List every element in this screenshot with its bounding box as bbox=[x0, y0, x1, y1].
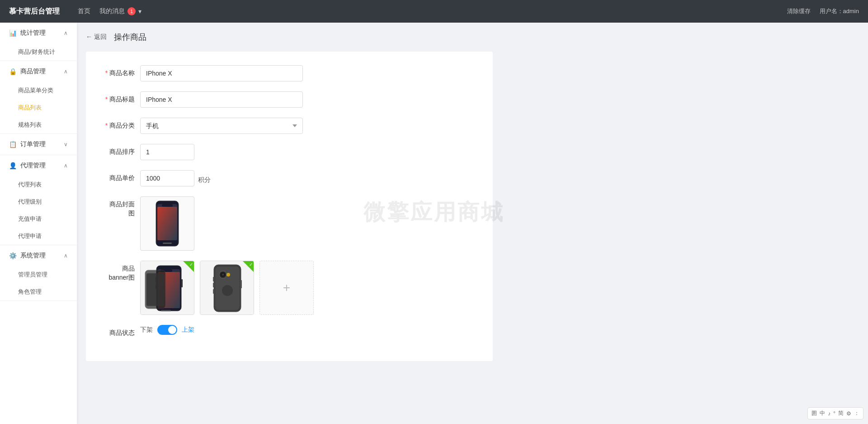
svg-point-22 bbox=[223, 274, 224, 275]
svg-rect-27 bbox=[213, 289, 214, 294]
form-row-price: 商品单价 积分 bbox=[104, 170, 475, 186]
banner-image-1-svg bbox=[141, 261, 194, 315]
svg-rect-3 bbox=[163, 243, 172, 244]
price-label: 商品单价 bbox=[104, 170, 140, 183]
sidebar-group-agents-title[interactable]: 👤 代理管理 ∧ bbox=[0, 155, 77, 176]
cover-label: 商品封面图 bbox=[104, 196, 140, 218]
sidebar-item-spec-list[interactable]: 规格列表 bbox=[0, 116, 77, 133]
svg-point-24 bbox=[222, 285, 233, 296]
toolbar-item-6[interactable]: ⚙ bbox=[846, 410, 851, 417]
sidebar-group-stats-title[interactable]: 📊 统计管理 ∧ bbox=[0, 23, 77, 43]
toolbar-item-2[interactable]: 中 bbox=[820, 410, 825, 417]
svg-rect-15 bbox=[146, 273, 164, 306]
stats-icon: 📊 bbox=[9, 29, 17, 37]
price-control: 积分 bbox=[140, 170, 211, 186]
title-input[interactable] bbox=[140, 91, 303, 108]
stats-chevron: ∧ bbox=[64, 30, 68, 36]
banner-label: 商品banner图 bbox=[104, 261, 140, 282]
banner-image-2[interactable] bbox=[200, 261, 254, 315]
svg-rect-28 bbox=[241, 280, 242, 288]
svg-rect-4 bbox=[157, 207, 177, 240]
svg-rect-26 bbox=[213, 283, 214, 287]
toolbar-item-7[interactable]: ： bbox=[854, 410, 859, 417]
banner-add-button[interactable]: + bbox=[259, 261, 314, 315]
toolbar-item-1[interactable]: 囲 bbox=[811, 410, 817, 417]
form-row-cover: 商品封面图 bbox=[104, 196, 475, 251]
sidebar: 📊 统计管理 ∧ 商品/财务统计 🔒 商品管理 ∧ 商品菜单分类 商品列表 规格… bbox=[0, 23, 77, 424]
sidebar-item-admin-manage[interactable]: 管理员管理 bbox=[0, 266, 77, 283]
svg-rect-9 bbox=[161, 310, 171, 311]
system-label: 系统管理 bbox=[20, 252, 46, 260]
price-suffix: 积分 bbox=[198, 172, 211, 184]
page-header: ← 返回 操作商品 bbox=[86, 32, 859, 43]
sidebar-group-goods: 🔒 商品管理 ∧ 商品菜单分类 商品列表 规格列表 bbox=[0, 61, 77, 134]
system-icon: ⚙️ bbox=[9, 252, 17, 259]
sidebar-item-recharge-apply[interactable]: 充值申请 bbox=[0, 210, 77, 228]
sidebar-group-agents: 👤 代理管理 ∧ 代理列表 代理级别 充值申请 代理申请 bbox=[0, 155, 77, 245]
sidebar-group-system-title[interactable]: ⚙️ 系统管理 ∧ bbox=[0, 245, 77, 266]
name-input[interactable] bbox=[140, 65, 303, 81]
goods-chevron: ∧ bbox=[64, 68, 68, 75]
toolbar-item-3[interactable]: ♪ bbox=[828, 410, 830, 417]
brand-title: 慕卡营后台管理 bbox=[9, 7, 60, 16]
name-label: 商品名称 bbox=[104, 65, 140, 78]
sidebar-group-goods-title[interactable]: 🔒 商品管理 ∧ bbox=[0, 61, 77, 82]
layout: 📊 统计管理 ∧ 商品/财务统计 🔒 商品管理 ∧ 商品菜单分类 商品列表 规格… bbox=[0, 23, 868, 424]
sidebar-item-goods-list[interactable]: 商品列表 bbox=[0, 99, 77, 116]
toolbar-item-4[interactable]: ° bbox=[833, 410, 835, 417]
page-title: 操作商品 bbox=[114, 32, 146, 43]
back-button[interactable]: ← 返回 bbox=[86, 33, 107, 41]
sidebar-group-stats: 📊 统计管理 ∧ 商品/财务统计 bbox=[0, 23, 77, 61]
svg-rect-2 bbox=[162, 204, 173, 207]
sidebar-item-goods-category[interactable]: 商品菜单分类 bbox=[0, 82, 77, 99]
title-label: 商品标题 bbox=[104, 91, 140, 104]
main-content: ← 返回 操作商品 商品名称 商品标题 商品分类 bbox=[77, 23, 868, 424]
status-on-label: 上架 bbox=[182, 326, 194, 334]
clear-cache-button[interactable]: 清除缓存 bbox=[787, 7, 811, 15]
status-label: 商品状态 bbox=[104, 325, 140, 338]
category-select[interactable]: 手机 电脑 平板 其他 bbox=[140, 118, 303, 134]
nav-home[interactable]: 首页 bbox=[78, 7, 90, 15]
form-row-banner: 商品banner图 bbox=[104, 261, 475, 315]
status-toggle[interactable] bbox=[157, 325, 177, 335]
name-control bbox=[140, 65, 303, 81]
sidebar-item-agent-list[interactable]: 代理列表 bbox=[0, 176, 77, 193]
goods-label: 商品管理 bbox=[20, 67, 46, 76]
svg-rect-13 bbox=[181, 279, 183, 287]
form-row-category: 商品分类 手机 电脑 平板 其他 bbox=[104, 118, 475, 134]
topbar-nav: 首页 我的消息 1 ▾ bbox=[78, 7, 787, 15]
sort-input[interactable] bbox=[140, 144, 194, 160]
cover-image-svg bbox=[149, 199, 185, 248]
price-input[interactable] bbox=[140, 170, 194, 186]
category-label: 商品分类 bbox=[104, 118, 140, 130]
svg-rect-25 bbox=[213, 277, 214, 281]
messages-badge: 1 bbox=[127, 7, 136, 15]
sidebar-item-goods-finance[interactable]: 商品/财务统计 bbox=[0, 43, 77, 61]
messages-chevron: ▾ bbox=[138, 8, 142, 15]
goods-icon: 🔒 bbox=[9, 68, 17, 75]
form-card: 商品名称 商品标题 商品分类 手机 电脑 平板 bbox=[86, 52, 493, 361]
sidebar-item-agent-apply[interactable]: 代理申请 bbox=[0, 228, 77, 245]
agents-label: 代理管理 bbox=[20, 162, 46, 170]
toolbar-item-5[interactable]: 简 bbox=[838, 410, 844, 417]
category-control: 手机 电脑 平板 其他 bbox=[140, 118, 303, 134]
topbar-right: 清除缓存 用户名：admin bbox=[787, 7, 859, 15]
cover-image[interactable] bbox=[140, 196, 194, 251]
sidebar-item-agent-level[interactable]: 代理级别 bbox=[0, 193, 77, 210]
orders-label: 订单管理 bbox=[20, 140, 46, 148]
svg-point-23 bbox=[226, 273, 230, 276]
banner-image-2-svg bbox=[200, 261, 254, 315]
banner-image-1[interactable] bbox=[140, 261, 194, 315]
sidebar-group-orders-title[interactable]: 📋 订单管理 ∨ bbox=[0, 134, 77, 155]
status-off-label: 下架 bbox=[140, 326, 153, 334]
messages-label: 我的消息 bbox=[99, 7, 125, 15]
user-label: 用户名：admin bbox=[820, 7, 859, 15]
nav-messages[interactable]: 我的消息 1 ▾ bbox=[99, 7, 142, 15]
sidebar-item-role-manage[interactable]: 角色管理 bbox=[0, 283, 77, 300]
form-row-status: 商品状态 下架 上架 bbox=[104, 325, 475, 338]
sort-label: 商品排序 bbox=[104, 144, 140, 157]
agents-chevron: ∧ bbox=[64, 162, 68, 169]
sidebar-group-system: ⚙️ 系统管理 ∧ 管理员管理 角色管理 bbox=[0, 245, 77, 301]
orders-icon: 📋 bbox=[9, 141, 17, 148]
system-chevron: ∧ bbox=[64, 252, 68, 259]
